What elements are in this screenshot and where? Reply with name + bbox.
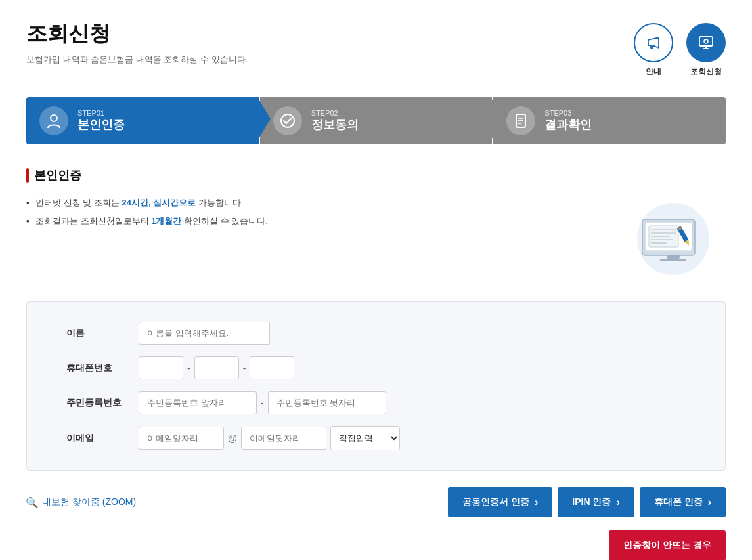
page-subtitle: 보험가입 내역과 숨은보험금 내역을 조회하실 수 있습니다. [26, 54, 248, 66]
controls-phone: - - [139, 356, 294, 379]
form-row-email: 이메일 @ 직접입력 naver.com gmail.com daum.net … [66, 426, 686, 450]
computer-illustration [624, 200, 722, 278]
svg-rect-24 [660, 259, 686, 261]
svg-point-5 [51, 115, 57, 121]
email-domain-select[interactable]: 직접입력 naver.com gmail.com daum.net hanmai… [330, 426, 400, 450]
search-icon: 🔍 [26, 496, 38, 508]
step-2-icon [273, 106, 302, 135]
header-inquiry-icon-item[interactable]: 조회신청 [686, 23, 726, 77]
phone-sep-2: - [243, 363, 246, 374]
label-name: 이름 [66, 328, 139, 339]
form-row-name: 이름 [66, 322, 686, 345]
step-1-number: STEP01 [77, 109, 125, 117]
name-input[interactable] [139, 322, 270, 345]
header-icons: 안내 조회신청 [634, 23, 726, 77]
phone-auth-arrow: › [708, 496, 711, 508]
id-back-input[interactable] [268, 391, 386, 414]
step-bar: STEP01 본인인증 STEP02 정보동의 [26, 97, 726, 144]
label-phone: 휴대폰번호 [66, 362, 139, 374]
cert-auth-button[interactable]: 공동인증서 인증 › [448, 487, 552, 517]
phone-auth-button[interactable]: 휴대폰 인증 › [640, 487, 726, 517]
info-item-1: 인터넷 신청 및 조회는 24시간, 실시간으로 가능합니다. [26, 196, 594, 209]
document-icon [512, 112, 529, 129]
phone-auth-label: 휴대폰 인증 [654, 496, 703, 508]
section-title-text: 본인인증 [34, 167, 81, 183]
insurance-search-link[interactable]: 🔍 내보험 찾아줌 (ZOOM) [26, 496, 136, 508]
auth-error-button[interactable]: 인증창이 안뜨는 경우 [609, 530, 726, 560]
email-back-input[interactable] [241, 427, 326, 450]
form-row-phone: 휴대폰번호 - - [66, 356, 686, 379]
step-2-name: 정보동의 [311, 117, 359, 133]
step-1-arrow [257, 97, 271, 140]
inquiry-icon-circle [686, 23, 726, 62]
info-item-1-link[interactable]: 24시간, 실시간으로 [122, 198, 196, 207]
id-front-input[interactable] [139, 391, 257, 414]
check-circle-icon [279, 112, 296, 129]
info-icon-circle [634, 23, 673, 62]
step-2-number: STEP02 [311, 109, 359, 117]
info-item-1-before: 인터넷 신청 및 조회는 [35, 198, 122, 207]
step-3-name: 결과확인 [544, 117, 592, 133]
phone-part-2[interactable] [194, 356, 239, 379]
id-sep: - [261, 398, 264, 408]
search-link-label: 내보험 찾아줌 (ZOOM) [42, 496, 136, 508]
controls-name [139, 322, 270, 345]
ipin-auth-arrow: › [616, 496, 619, 508]
megaphone-icon [644, 33, 663, 52]
ipin-auth-label: IPIN 인증 [572, 496, 611, 508]
person-icon [45, 112, 62, 129]
step-1-icon [39, 106, 68, 135]
info-list: 인터넷 신청 및 조회는 24시간, 실시간으로 가능합니다. 조회결과는 조회… [26, 196, 594, 227]
inquiry-icon-label: 조회신청 [690, 66, 722, 77]
svg-rect-1 [699, 37, 713, 46]
controls-id: - [139, 391, 386, 414]
phone-part-1[interactable] [139, 356, 183, 379]
cert-auth-arrow: › [535, 496, 538, 508]
ipin-auth-button[interactable]: IPIN 인증 › [558, 487, 634, 517]
step-1-name: 본인인증 [77, 117, 125, 133]
cert-auth-label: 공동인증서 인증 [462, 496, 529, 508]
email-at: @ [228, 433, 237, 444]
info-item-1-after: 가능합니다. [196, 198, 243, 207]
step-1: STEP01 본인인증 [26, 97, 259, 144]
content-area: 인터넷 신청 및 조회는 24시간, 실시간으로 가능합니다. 조회결과는 조회… [26, 196, 726, 282]
info-item-2: 조회결과는 조회신청일로부터 1개월간 확인하실 수 있습니다. [26, 215, 594, 228]
step-3-text: STEP03 결과확인 [544, 109, 592, 133]
step-2: STEP02 정보동의 [260, 97, 493, 144]
step-3: STEP03 결과확인 [493, 97, 726, 144]
step-3-icon [506, 106, 535, 135]
label-email: 이메일 [66, 433, 139, 444]
page-header: 조회신청 보험가입 내역과 숨은보험금 내역을 조회하실 수 있습니다. 안내 [26, 20, 726, 77]
email-front-input[interactable] [139, 427, 224, 450]
step-1-text: STEP01 본인인증 [77, 109, 125, 133]
form-box: 이름 휴대폰번호 - - 주민등록번호 - [26, 301, 726, 471]
phone-sep-1: - [187, 363, 190, 374]
form-row-id: 주민등록번호 - [66, 391, 686, 414]
header-info-icon-item[interactable]: 안내 [634, 23, 673, 77]
illustration-area [621, 196, 726, 282]
info-item-2-after: 확인하실 수 있습니다. [181, 216, 267, 226]
section-title-bar [26, 168, 29, 183]
title-area: 조회신청 보험가입 내역과 숨은보험금 내역을 조회하실 수 있습니다. [26, 20, 248, 66]
svg-rect-23 [667, 255, 680, 259]
auth-buttons: 공동인증서 인증 › IPIN 인증 › 휴대폰 인증 › [448, 487, 726, 517]
controls-email: @ 직접입력 naver.com gmail.com daum.net hanm… [139, 426, 400, 450]
step-2-text: STEP02 정보동의 [311, 109, 359, 133]
label-id: 주민등록번호 [66, 397, 139, 409]
info-item-2-before: 조회결과는 조회신청일로부터 [35, 216, 151, 226]
step-2-arrow [491, 97, 504, 140]
info-text-area: 인터넷 신청 및 조회는 24시간, 실시간으로 가능합니다. 조회결과는 조회… [26, 196, 594, 232]
monitor-icon [697, 33, 715, 52]
info-item-2-link[interactable]: 1개월간 [151, 216, 181, 226]
bottom-row: 🔍 내보험 찾아줌 (ZOOM) 공동인증서 인증 › IPIN 인증 › 휴대… [26, 487, 726, 517]
phone-part-3[interactable] [250, 356, 294, 379]
error-button-row: 인증창이 안뜨는 경우 [26, 530, 726, 560]
page-title: 조회신청 [26, 20, 248, 49]
section-title: 본인인증 [26, 167, 726, 183]
step-3-number: STEP03 [544, 109, 592, 117]
info-icon-label: 안내 [646, 66, 661, 77]
